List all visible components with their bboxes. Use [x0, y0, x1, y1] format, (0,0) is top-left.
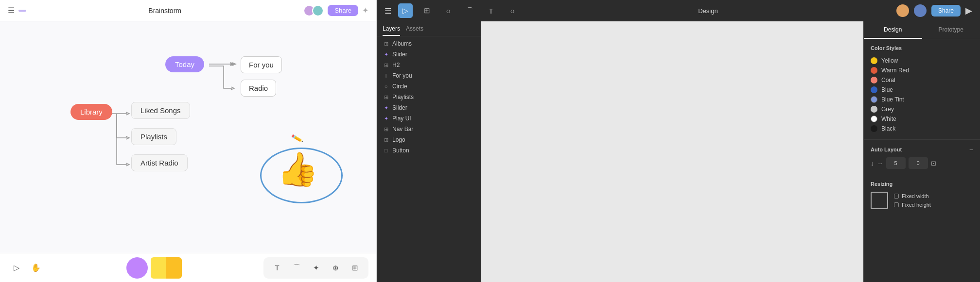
resize-option-height: Fixed height — [894, 202, 931, 208]
layer-item-slider2[interactable]: ✦ Slider — [377, 102, 481, 113]
left-topbar: ☰ Brainstorm Share ✦ — [0, 0, 376, 21]
auto-layout-header: Auto Layout − — [871, 146, 973, 153]
figma-frame-tool[interactable]: ⊞ — [420, 3, 434, 18]
node-likedsongs[interactable]: Liked Songs — [131, 102, 190, 119]
figma-text-tool[interactable]: T — [484, 3, 498, 18]
figma-pen-tool[interactable]: ⌒ — [462, 3, 477, 18]
figma-comment-tool[interactable]: ○ — [505, 3, 520, 18]
layer-text-playui: Play UI — [392, 115, 475, 122]
resize-box — [871, 192, 888, 209]
al-down-icon[interactable]: ↓ — [871, 160, 874, 167]
node-library[interactable]: Library — [70, 104, 112, 120]
pen-tool[interactable]: ⌒ — [289, 260, 304, 276]
color-label-grey: Grey — [881, 106, 894, 113]
stamp-tool[interactable]: ⊕ — [328, 260, 343, 276]
figma-select-tool[interactable]: ▷ — [398, 3, 413, 18]
resize-checkbox-width[interactable] — [894, 194, 899, 199]
tab-prototype[interactable]: Prototype — [922, 21, 980, 39]
figma-canvas[interactable] — [481, 21, 863, 282]
props-tabs: Design Prototype — [864, 21, 980, 39]
color-item-grey[interactable]: Grey — [871, 104, 973, 114]
left-share-button[interactable]: Share — [328, 5, 358, 16]
al-right-icon[interactable]: → — [877, 160, 883, 167]
figma-avatar-2 — [914, 4, 927, 17]
avatar-group — [303, 5, 324, 17]
right-panel: ☰ ▷ ⊞ ○ ⌒ T ○ Design Share ▶ Layers Asse… — [377, 0, 980, 282]
left-panel: ☰ Brainstorm Share ✦ — [0, 0, 377, 282]
layer-item-albums[interactable]: ⊞ Albums — [377, 38, 481, 49]
tab-layers[interactable]: Layers — [383, 25, 400, 36]
auto-layout-controls: ↓ → 5 0 ⊡ — [871, 157, 973, 169]
auto-layout-title: Auto Layout — [871, 147, 902, 152]
left-canvas[interactable]: Today For you Radio Library Liked Songs … — [0, 21, 376, 253]
color-item-black[interactable]: Black — [871, 124, 973, 133]
right-topbar: ☰ ▷ ⊞ ○ ⌒ T ○ Design Share ▶ — [377, 0, 980, 21]
figma-menu-icon[interactable]: ☰ — [385, 6, 391, 16]
layer-item-playlists[interactable]: ⊞ Playlists — [377, 92, 481, 102]
layer-icon-playlists: ⊞ — [383, 94, 389, 100]
toolbar-shapes — [126, 257, 182, 279]
node-foryou[interactable]: For you — [241, 56, 282, 73]
node-playlists[interactable]: Playlists — [131, 128, 176, 145]
layer-icon-albums: ⊞ — [383, 41, 389, 47]
resizing-section: Resizing Fixed width Fixed height — [864, 175, 980, 215]
color-label-yellow: Yellow — [881, 57, 898, 64]
layer-text-circle: Circle — [392, 83, 475, 90]
image-tool[interactable]: ⊞ — [347, 260, 363, 276]
color-dot-warmred — [871, 67, 877, 74]
layer-item-button[interactable]: □ Button — [377, 145, 481, 156]
figma-shape-tool[interactable]: ○ — [441, 3, 455, 18]
layer-icon-h2: ⊞ — [383, 62, 389, 68]
color-label-blue: Blue — [881, 86, 893, 93]
resizing-title: Resizing — [871, 181, 973, 187]
figma-play-button[interactable]: ▶ — [965, 5, 972, 16]
layer-item-logo[interactable]: ⊞ Logo — [377, 134, 481, 145]
menu-icon[interactable]: ☰ — [8, 6, 15, 15]
sparkle-icon[interactable]: ✦ — [362, 6, 368, 15]
hand-tool[interactable]: ✋ — [27, 259, 45, 277]
node-radio[interactable]: Radio — [241, 80, 276, 97]
color-item-white[interactable]: White — [871, 114, 973, 124]
star-tool[interactable]: ✦ — [308, 260, 324, 276]
shape-circle-purple[interactable] — [126, 257, 148, 279]
color-label-coral: Coral — [881, 77, 895, 83]
al-align-icon[interactable]: ⊡ — [931, 160, 936, 167]
shape-rect-yellow[interactable] — [151, 257, 182, 279]
color-item-warmred[interactable]: Warm Red — [871, 66, 973, 75]
figma-topbar-right: Share ▶ — [896, 4, 972, 17]
color-label-bluetint: Blue Tint — [881, 96, 904, 103]
left-topbar-left: ☰ — [8, 6, 26, 15]
figma-avatar-1 — [896, 4, 909, 17]
auto-layout-minus-icon[interactable]: − — [969, 146, 973, 153]
layer-item-h2[interactable]: ⊞ H2 — [377, 60, 481, 70]
layer-item-foryou[interactable]: T For you — [377, 70, 481, 81]
layer-text-playlists: Playlists — [392, 94, 475, 100]
color-dot-bluetint — [871, 96, 877, 103]
resize-options: Fixed width Fixed height — [894, 193, 931, 208]
layer-item-playui[interactable]: ✦ Play UI — [377, 113, 481, 124]
resize-option-width: Fixed width — [894, 193, 931, 199]
figma-share-button[interactable]: Share — [931, 5, 961, 17]
color-item-yellow[interactable]: Yellow — [871, 56, 973, 66]
resize-label-width: Fixed width — [902, 193, 929, 199]
tab-design[interactable]: Design — [864, 21, 922, 39]
color-item-bluetint[interactable]: Blue Tint — [871, 95, 973, 104]
node-today[interactable]: Today — [165, 56, 204, 72]
al-padding-input[interactable]: 0 — [909, 157, 928, 169]
avatar-2 — [312, 5, 324, 17]
resize-checkbox-height[interactable] — [894, 202, 899, 207]
select-tool[interactable]: ▷ — [8, 259, 25, 277]
toolbar-right: T ⌒ ✦ ⊕ ⊞ — [263, 257, 368, 279]
tab-assets[interactable]: Assets — [406, 25, 423, 36]
color-item-coral[interactable]: Coral — [871, 75, 973, 85]
right-topbar-left: ☰ ▷ ⊞ ○ ⌒ T ○ — [385, 3, 520, 18]
layer-item-navbar[interactable]: ⊞ Nav Bar — [377, 124, 481, 134]
layer-item-slider1[interactable]: ✦ Slider — [377, 49, 481, 60]
node-artistradio[interactable]: Artist Radio — [131, 154, 188, 171]
layer-icon-slider1: ✦ — [383, 51, 389, 58]
layer-item-circle[interactable]: ○ Circle — [377, 81, 481, 92]
color-item-blue[interactable]: Blue — [871, 85, 973, 95]
al-spacing-input[interactable]: 5 — [886, 157, 906, 169]
layer-icon-slider2: ✦ — [383, 105, 389, 111]
text-tool[interactable]: T — [269, 260, 285, 276]
